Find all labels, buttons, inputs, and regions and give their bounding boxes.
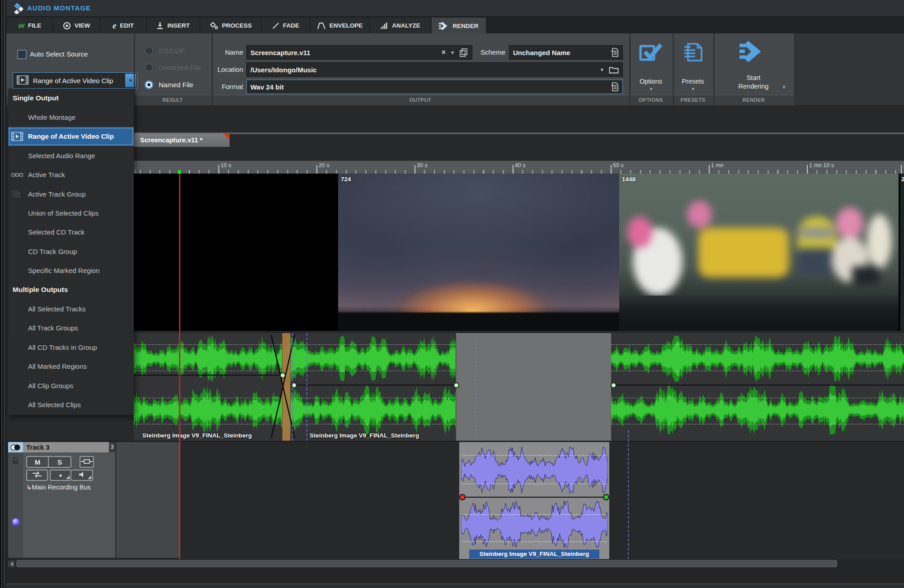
auto-select-source-checkbox[interactable] xyxy=(17,50,27,59)
radio-unnamed-file[interactable]: Unnamed File xyxy=(145,63,201,72)
stereo-track-icon[interactable] xyxy=(8,442,23,452)
name-field-value: Screencapture.v11 xyxy=(250,49,437,56)
chevron-down-icon[interactable]: ▼ xyxy=(600,67,604,72)
ruler-major-tick xyxy=(218,165,219,174)
table-surface xyxy=(619,296,899,331)
video-frame-toys[interactable]: 1448 xyxy=(619,174,899,331)
document-tab[interactable]: Screencapture.v11 * xyxy=(134,133,230,147)
menu-item-all-marked-regions[interactable]: All Marked Regions xyxy=(8,357,134,376)
group-divider xyxy=(212,33,213,105)
chevron-down-icon: ▼ xyxy=(691,87,695,91)
location-field[interactable]: /Users/Idongo/Music ▼ xyxy=(246,62,623,77)
menu-item-active-track-group[interactable]: Active Track Group xyxy=(8,184,134,203)
menu-item-all-track-groups[interactable]: All Track Groups xyxy=(8,319,134,338)
volume-envelope-line[interactable] xyxy=(134,375,283,376)
menu-item-all-selected-tracks[interactable]: All Selected Tracks xyxy=(8,299,134,318)
solo-button[interactable]: S xyxy=(49,456,71,468)
chevron-down-icon[interactable]: ▼ xyxy=(450,50,455,55)
menu-item-label: Whole Montage xyxy=(28,113,75,121)
clear-icon[interactable]: × xyxy=(442,48,446,56)
envelope-point[interactable] xyxy=(611,382,617,388)
volume-envelope-line[interactable] xyxy=(294,385,456,386)
presets-button[interactable]: Presets ▼ xyxy=(673,38,713,92)
menu-item-all-selected-clips[interactable]: All Selected Clips xyxy=(8,395,134,414)
routing-button[interactable] xyxy=(80,456,94,468)
audio-track-1[interactable]: Steinberg Image V9_FINAL_Steinberg Stein… xyxy=(6,333,904,441)
menu-item-active-track[interactable]: Active Track xyxy=(8,165,134,184)
envelope-point[interactable] xyxy=(280,372,286,378)
monitor-button[interactable] xyxy=(71,470,93,481)
tab-label: ENVELOPE xyxy=(330,22,363,29)
gridline xyxy=(462,484,607,484)
scheme-field[interactable]: Unchanged Name xyxy=(509,45,623,60)
name-field[interactable]: Screencapture.v11 × ▼ xyxy=(246,45,472,60)
menu-item-whole-montage[interactable]: Whole Montage xyxy=(8,108,134,127)
start-rendering-button[interactable]: Start Rendering ▼ xyxy=(713,38,794,92)
tab-label: INSERT xyxy=(167,22,190,29)
envelope-point[interactable] xyxy=(453,382,459,388)
render-source-combobox[interactable]: Range of Active Video Clip ▼ xyxy=(13,72,137,89)
video-frame-sunset[interactable]: 724 xyxy=(338,174,619,331)
mute-button[interactable]: M xyxy=(26,456,49,468)
left-arrow-icon xyxy=(10,562,13,566)
horizontal-scrollbar[interactable] xyxy=(6,559,904,569)
document-tab-label: Screencapture.v11 * xyxy=(140,136,202,144)
tab-process[interactable]: PROCESS xyxy=(200,18,261,33)
tab-label: FADE xyxy=(283,22,299,29)
options-button[interactable]: Options ▼ xyxy=(629,38,673,92)
clip-name-label-selected[interactable]: Steinberg Image V9_FINAL_Steinberg xyxy=(469,550,599,559)
shuffle-routing-button[interactable] xyxy=(26,470,48,481)
lock-icon[interactable] xyxy=(12,456,19,467)
video-frame-partial[interactable]: 2 xyxy=(899,174,904,331)
timeline-ruler[interactable]: 10 s20 s30 s40 s50 s1 mn1 mn 10 s1 xyxy=(134,160,904,174)
track-icon xyxy=(11,173,23,177)
tab-analyze[interactable]: ANALYZE xyxy=(370,18,431,33)
scrollbar-thumb[interactable] xyxy=(16,560,837,567)
menu-item-selected-cd-track[interactable]: Selected CD Track xyxy=(8,223,134,242)
track3-header[interactable]: Track 3 3 xyxy=(8,442,115,452)
audio-clip-gap[interactable] xyxy=(456,333,611,441)
radio-cd-ddp[interactable]: CD/DDP xyxy=(145,47,185,55)
video-clip-icon xyxy=(11,132,23,141)
record-arm-button[interactable]: ● xyxy=(50,470,71,481)
radio-named-file[interactable]: Named File xyxy=(145,80,193,89)
format-field[interactable]: Wav 24 bit xyxy=(246,80,623,94)
menu-item-all-cd-tracks-in-group[interactable]: All CD Tracks in Group xyxy=(8,338,134,357)
playhead-cursor[interactable] xyxy=(179,174,180,559)
envelope-start-point[interactable] xyxy=(459,494,466,500)
scroll-left-button[interactable] xyxy=(8,560,15,567)
video-track[interactable]: 724 1448 2 xyxy=(134,174,904,331)
tab-insert[interactable]: INSERT xyxy=(147,18,199,33)
folder-icon[interactable] xyxy=(609,66,619,74)
track3-output-bus[interactable]: ↳Main Recording Bus xyxy=(26,484,91,491)
tab-render[interactable]: RENDER xyxy=(432,18,486,34)
menu-item-specific-marked-region[interactable]: Specific Marked Region xyxy=(8,261,134,280)
ruler-tick-label: 30 s xyxy=(417,162,428,169)
envelope-end-point[interactable] xyxy=(603,494,609,500)
tab-fade[interactable]: FADE xyxy=(262,18,310,33)
group-label-output: OUTPUT xyxy=(212,95,629,105)
naming-scheme-icon[interactable] xyxy=(611,47,619,57)
audio-montage-window: AUDIO MONTAGE wFILE VIEW eEDIT INSERT PR… xyxy=(0,0,904,588)
volume-envelope-line[interactable] xyxy=(462,497,607,498)
tab-edit[interactable]: eEDIT xyxy=(100,18,146,33)
format-field-value: Wav 24 bit xyxy=(250,83,606,91)
menu-item-range-of-active-video-clip[interactable]: Range of Active Video Clip xyxy=(8,127,134,146)
copy-pages-icon[interactable] xyxy=(459,48,468,57)
document-tab-strip xyxy=(134,132,904,134)
menu-item-union-of-selected-clips[interactable]: Union of Selected Clips xyxy=(8,203,134,222)
tab-file[interactable]: wFILE xyxy=(7,18,52,33)
format-preset-icon[interactable] xyxy=(611,82,619,92)
tab-envelope[interactable]: ENVELOPE xyxy=(311,18,369,33)
speaker-icon xyxy=(79,471,85,479)
playback-start-marker[interactable] xyxy=(177,169,182,174)
menu-item-cd-track-group[interactable]: CD Track Group xyxy=(8,242,134,261)
volume-envelope-line[interactable] xyxy=(613,385,904,386)
envelope-shape-icon xyxy=(317,22,326,29)
name-field-label: Name xyxy=(202,48,243,56)
menu-item-selected-audio-range[interactable]: Selected Audio Range xyxy=(8,146,134,165)
menu-item-all-clip-groups[interactable]: All Clip Groups xyxy=(8,376,134,395)
track3-lane-region[interactable] xyxy=(116,442,179,558)
tab-view[interactable]: VIEW xyxy=(53,18,99,33)
track3-audio-clip[interactable]: Steinberg Image V9_FINAL_Steinberg xyxy=(459,442,609,559)
